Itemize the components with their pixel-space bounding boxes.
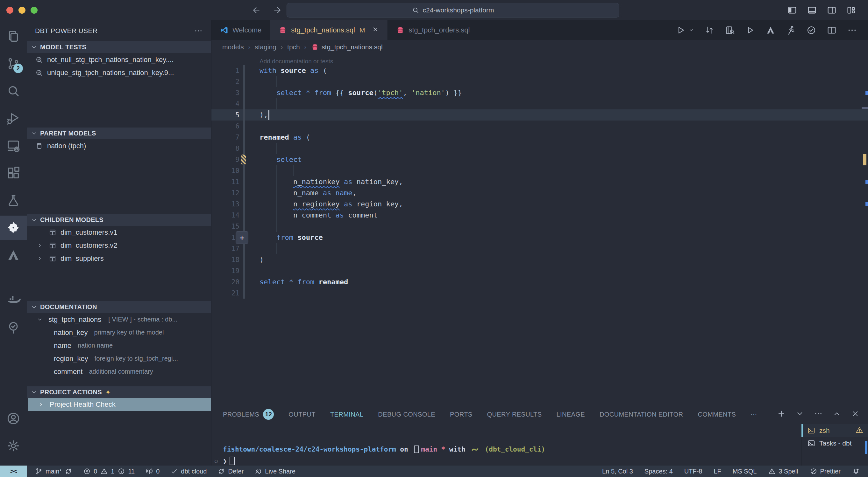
- breadcrumb-item[interactable]: tpch: [287, 43, 300, 51]
- terminal-instance-tasks-dbt[interactable]: Tasks - dbt: [802, 437, 868, 450]
- code-line-14[interactable]: 14 n_comment as comment: [211, 210, 868, 221]
- panel-tab-terminal[interactable]: TERMINAL: [330, 411, 363, 418]
- activity-bar-item-altimate[interactable]: [0, 243, 27, 267]
- close-window-button[interactable]: [6, 7, 13, 14]
- panel-tab--[interactable]: ⋯: [750, 411, 757, 418]
- code-line-3[interactable]: 3 select * from {{ source('tpch', 'natio…: [211, 87, 868, 98]
- add-test-gutter-button[interactable]: +: [236, 231, 248, 244]
- panel-tab-documentation-editor[interactable]: DOCUMENTATION EDITOR: [599, 411, 683, 418]
- code-line-17[interactable]: 17: [211, 243, 868, 254]
- status-item-3-spell[interactable]: 3 Spell: [768, 468, 798, 475]
- code-line-19[interactable]: 19: [211, 265, 868, 276]
- sidebar-item[interactable]: dim_customers.v1: [27, 226, 211, 239]
- close-tab-icon[interactable]: [372, 26, 379, 35]
- code-line-1[interactable]: 1with source as (: [211, 65, 868, 76]
- status-problems-group[interactable]: 0111: [83, 468, 135, 475]
- status-item-live-share[interactable]: Live Share: [254, 468, 296, 475]
- sidebar-item[interactable]: namenation name: [27, 339, 211, 352]
- activity-bar-item-project-health[interactable]: [0, 315, 27, 340]
- status-item-ln-5-col-3[interactable]: Ln 5, Col 3: [602, 468, 633, 475]
- sidebar-item[interactable]: dim_suppliers: [27, 252, 211, 265]
- code-line-11[interactable]: 11 n_nationkey as nation_key,: [211, 176, 868, 187]
- code-line-21[interactable]: 21: [211, 287, 868, 299]
- split-editor-button[interactable]: [827, 25, 837, 35]
- sidebar-more-actions-icon[interactable]: [194, 26, 203, 35]
- code-line-6[interactable]: 6: [211, 121, 868, 132]
- sidebar-item[interactable]: dim_customers.v2: [27, 239, 211, 252]
- sidebar-item[interactable]: commentadditional commentary: [27, 365, 211, 378]
- command-center-search[interactable]: c24-workshops-platform: [286, 3, 619, 18]
- status-item-lf[interactable]: LF: [714, 468, 721, 475]
- customize-layout-icon[interactable]: [846, 5, 857, 15]
- lineage-button[interactable]: [704, 25, 715, 35]
- code-line-7[interactable]: 7renamed as (: [211, 132, 868, 143]
- section-header-children-models[interactable]: CHILDREN MODELS: [27, 214, 211, 226]
- tab-stg_tpch_orders-sql[interactable]: stg_tpch_orders.sql: [388, 20, 478, 40]
- terminal-list-scrollbar[interactable]: [865, 441, 867, 454]
- terminal-input-line[interactable]: ○❯: [223, 455, 798, 467]
- panel-tab-lineage[interactable]: LINEAGE: [556, 411, 585, 418]
- activity-bar-item-explorer[interactable]: [0, 24, 27, 48]
- execute-button[interactable]: [745, 25, 755, 35]
- forward-arrow-icon[interactable]: [273, 5, 282, 15]
- status-item-prettier[interactable]: Prettier: [810, 468, 841, 475]
- status-item-0[interactable]: 0: [146, 468, 159, 475]
- zoom-window-button[interactable]: [31, 7, 38, 14]
- code-line-20[interactable]: 20select * from renamed: [211, 276, 868, 287]
- new-terminal-button[interactable]: [777, 409, 786, 420]
- panel-tab-ports[interactable]: PORTS: [450, 411, 472, 418]
- panel-more-actions-button[interactable]: [814, 409, 823, 420]
- toggle-panel-icon[interactable]: [807, 5, 817, 15]
- sidebar-item[interactable]: region_keyforeign key to stg_tpch_regi..…: [27, 352, 211, 365]
- breadcrumb-item-file[interactable]: stg_tpch_nations.sql: [311, 43, 382, 51]
- remote-indicator[interactable]: ><: [0, 466, 27, 477]
- status-item-11[interactable]: 11: [118, 468, 135, 475]
- tab-welcome[interactable]: Welcome: [211, 20, 270, 40]
- activity-bar-item-docker[interactable]: [0, 288, 27, 312]
- code-line-5[interactable]: 5),: [211, 109, 868, 121]
- sidebar-item-project-health-check[interactable]: Project Health Check: [28, 398, 211, 411]
- activity-bar-item-dbt-power-user[interactable]: [0, 215, 27, 240]
- activity-bar-item-remote-explorer[interactable]: [0, 134, 27, 158]
- section-header-documentation[interactable]: DOCUMENTATION: [27, 301, 211, 313]
- code-line-2[interactable]: 2: [211, 76, 868, 87]
- toggle-sidebar-icon[interactable]: [787, 5, 797, 15]
- maximize-panel-button[interactable]: [832, 409, 841, 420]
- status-item[interactable]: [852, 468, 860, 475]
- code-editor[interactable]: Add documentation or tests 1with source …: [211, 54, 868, 405]
- back-arrow-icon[interactable]: [252, 5, 261, 15]
- activity-bar-item-settings[interactable]: [0, 434, 27, 458]
- code-line-8[interactable]: 8: [211, 143, 868, 154]
- code-line-15[interactable]: 15: [211, 221, 868, 232]
- run-model-button[interactable]: [676, 25, 694, 35]
- status-item-main-[interactable]: main*: [35, 468, 72, 475]
- activity-bar-item-run-and-debug[interactable]: [0, 106, 27, 130]
- codelens-link[interactable]: Add documentation or tests: [259, 54, 868, 65]
- overview-ruler[interactable]: [862, 54, 868, 405]
- panel-tab-query-results[interactable]: QUERY RESULTS: [487, 411, 542, 418]
- panel-tab-comments[interactable]: COMMENTS: [698, 411, 736, 418]
- code-line-13[interactable]: 13 n_regionkey as region_key,: [211, 198, 868, 210]
- activity-bar-item-testing[interactable]: [0, 188, 27, 212]
- terminal-instance-zsh[interactable]: zsh: [802, 424, 868, 437]
- code-line-16[interactable]: 16+ from source: [211, 232, 868, 243]
- terminal-output[interactable]: fishtown/coalesce-24/c24-workshops-platf…: [223, 443, 798, 467]
- sidebar-item[interactable]: nation (tpch): [27, 139, 211, 152]
- panel-tab-output[interactable]: OUTPUT: [288, 411, 315, 418]
- sidebar-item[interactable]: not_null_stg_tpch_nations_nation_key....: [27, 53, 211, 66]
- terminal-profile-dropdown[interactable]: [796, 409, 804, 420]
- toggle-secondary-sidebar-icon[interactable]: [827, 5, 837, 15]
- code-line-4[interactable]: 4: [211, 98, 868, 109]
- sidebar-item[interactable]: unique_stg_tpch_nations_nation_key.9...: [27, 66, 211, 79]
- status-item-dbt-cloud[interactable]: dbt cloud: [170, 468, 207, 475]
- status-item-defer[interactable]: Defer: [217, 468, 244, 475]
- code-line-18[interactable]: 18): [211, 254, 868, 265]
- breadcrumb-item[interactable]: staging: [255, 43, 276, 51]
- activity-bar-item-accounts[interactable]: [0, 406, 27, 431]
- activity-bar-item-extensions[interactable]: [0, 161, 27, 185]
- altimate-button[interactable]: [766, 25, 776, 35]
- code-line-12[interactable]: 12 n_name as name,: [211, 187, 868, 198]
- status-item-1[interactable]: 1: [100, 468, 114, 475]
- breadcrumb-item[interactable]: models: [222, 43, 244, 51]
- status-item-ms-sql[interactable]: MS SQL: [733, 468, 757, 475]
